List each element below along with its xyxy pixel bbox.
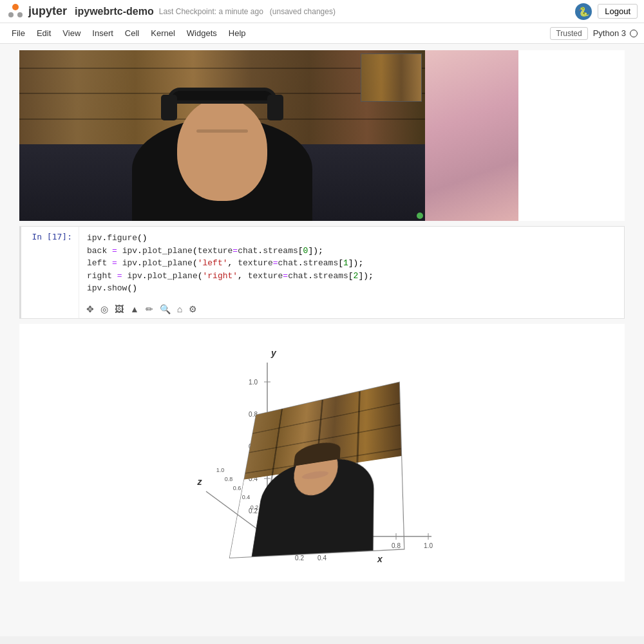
main-video [19, 50, 425, 221]
svg-text:x: x [377, 554, 383, 564]
toolbar-settings-icon[interactable]: ⚙ [187, 303, 199, 316]
svg-text:0.4: 0.4 [317, 554, 327, 562]
menu-insert[interactable]: Insert [87, 26, 118, 40]
logout-button[interactable]: Logout [598, 4, 638, 19]
toolbar-search-icon[interactable]: 🔍 [158, 303, 173, 316]
menubar-right: Trusted Python 3 [550, 27, 638, 40]
bottom-spacer [0, 582, 644, 594]
toolbar-crosshair-icon[interactable]: ✥ [84, 303, 96, 316]
svg-text:1.0: 1.0 [216, 467, 225, 473]
toolbar-home-icon[interactable]: ⌂ [175, 303, 184, 316]
notebook-title: ipywebrtc-demo [75, 6, 154, 17]
kernel-info: Python 3 [593, 28, 638, 38]
cell-code[interactable]: ipv.figure() back = ipv.plot_plane(textu… [79, 227, 624, 300]
plot-canvas: 1.0 0.8 0.6 0.4 0.2 0.2 0.4 0.6 0.8 1.0 … [193, 330, 451, 575]
video-status-indicator [417, 213, 423, 219]
svg-point-2 [17, 12, 23, 17]
python-logo-icon: 🐍 [574, 3, 592, 21]
svg-text:0.2: 0.2 [295, 554, 304, 562]
kernel-name: Python 3 [593, 28, 626, 38]
code-line-5: ipv.show() [87, 282, 616, 295]
side-video [425, 50, 518, 221]
toolbar-pencil-icon[interactable]: ✏ [144, 303, 155, 316]
svg-text:1.0: 1.0 [249, 379, 258, 386]
toolbar-circle-icon[interactable]: ◎ [99, 303, 110, 316]
svg-text:0.6: 0.6 [233, 485, 242, 491]
menu-help[interactable]: Help [223, 26, 251, 40]
jupyter-logo: jupyter [6, 3, 67, 21]
menu-file[interactable]: File [6, 26, 30, 40]
toolbar-image-icon[interactable]: 🖼 [113, 303, 126, 316]
kernel-status-circle [630, 30, 638, 37]
topbar: jupyter ipywebrtc-demo Last Checkpoint: … [0, 0, 644, 23]
cell-prompt: In [17]: [21, 227, 79, 318]
side-video-content [425, 50, 518, 221]
jupyter-logo-icon [6, 3, 24, 21]
svg-text:🐍: 🐍 [578, 6, 590, 17]
svg-text:0.8: 0.8 [225, 476, 233, 482]
notebook: In [17]: ipv.figure() back = ipv.plot_pl… [0, 44, 644, 636]
svg-point-1 [8, 12, 14, 17]
plot-output-area: 1.0 0.8 0.6 0.4 0.2 0.2 0.4 0.6 0.8 1.0 … [19, 324, 625, 582]
svg-text:1.0: 1.0 [424, 542, 433, 549]
video-area [19, 50, 625, 221]
menu-view[interactable]: View [57, 26, 86, 40]
menu-kernel[interactable]: Kernel [146, 26, 180, 40]
menu-widgets[interactable]: Widgets [182, 26, 222, 40]
code-line-3: left = ipv.plot_plane('left', texture=ch… [87, 257, 616, 270]
code-line-2: back = ipv.plot_plane(texture=chat.strea… [87, 245, 616, 258]
code-cell: In [17]: ipv.figure() back = ipv.plot_pl… [19, 226, 625, 319]
code-line-4: right = ipv.plot_plane('right', texture=… [87, 270, 616, 283]
svg-text:z: z [197, 477, 202, 487]
jupyter-text: jupyter [28, 5, 67, 18]
trusted-badge: Trusted [550, 27, 587, 40]
toolbar-up-icon[interactable]: ▲ [128, 303, 141, 316]
code-line-1: ipv.figure() [87, 232, 616, 245]
checkpoint-info: Last Checkpoint: a minute ago (unsaved c… [159, 7, 336, 16]
topbar-right: 🐍 Logout [574, 3, 638, 21]
svg-text:y: y [270, 348, 277, 358]
menubar: File Edit View Insert Cell Kernel Widget… [0, 23, 644, 44]
cell-toolbar: ✥ ◎ 🖼 ▲ ✏ 🔍 ⌂ ⚙ [79, 300, 624, 318]
pip-video [361, 53, 422, 102]
svg-point-0 [12, 4, 19, 10]
cell-content: ipv.figure() back = ipv.plot_plane(textu… [79, 227, 624, 318]
menu-cell[interactable]: Cell [120, 26, 144, 40]
menu-edit[interactable]: Edit [32, 26, 56, 40]
